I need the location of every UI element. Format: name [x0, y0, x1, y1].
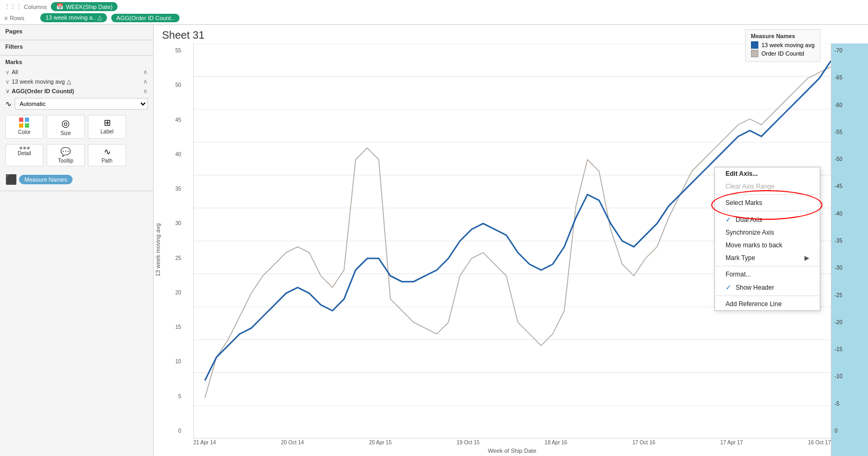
show-header-item[interactable]: ✓ Show Header: [715, 281, 820, 294]
measure-names-pill[interactable]: Measure Names: [19, 175, 73, 184]
show-header-check: ✓: [726, 283, 731, 291]
x-axis-labels: 21 Apr 14 20 Oct 14 20 Apr 15 19 Oct 15 …: [193, 439, 831, 446]
color-card[interactable]: Color: [5, 115, 43, 139]
add-reference-line-item[interactable]: Add Reference Line: [715, 298, 820, 310]
y-axis-wrapper: 13 week moving avg 55 50 45 40 35 30 25 …: [154, 43, 193, 456]
legend-item-order-id: Order ID Countd: [751, 50, 815, 57]
calendar-icon: 📅: [56, 3, 64, 10]
legend-color-moving-avg: [751, 41, 758, 49]
synchronize-axis-item[interactable]: Synchronize Axis: [715, 226, 820, 239]
marks-section: Marks ∨ All ∧ ∨ 13 week moving avg △ ∧: [0, 56, 153, 191]
mark-type-arrow: ▶: [804, 254, 809, 262]
legend-label-order-id: Order ID Countd: [762, 50, 804, 57]
y-axis: 55 50 45 40 35 30 25 20 15 10 5 0: [162, 43, 183, 456]
marks-moving-avg-label: ∨ 13 week moving avg △: [5, 78, 71, 85]
measure-names-row: ⬛ Measure Names: [5, 172, 148, 187]
rows-dots-icon: ≡: [4, 15, 7, 21]
move-marks-item[interactable]: Move marks to back: [715, 239, 820, 252]
chart-area: Sheet 31 13 week moving avg 55 50 45 40 …: [154, 25, 868, 456]
pages-title: Pages: [5, 28, 148, 34]
marks-type-dropdown-row: ∿ Automatic: [5, 98, 148, 110]
right-axis: -70 -65 -60 -55 -50 -45 -40 -35 -30 -25 …: [831, 43, 868, 456]
marks-type-select[interactable]: Automatic: [15, 98, 148, 110]
marks-agg-row: ∨ AGG(Order ID Countd) ∧: [5, 86, 148, 96]
sidebar: Pages Filters Marks ∨ All ∧ ∨ 13 week mo…: [0, 25, 154, 456]
label-icon: ⊞: [104, 118, 111, 128]
path-card[interactable]: ∿ Path: [88, 144, 126, 166]
legend-color-order-id: [751, 50, 758, 57]
marks-all-expand: ∧: [143, 68, 148, 76]
legend-item-moving-avg: 13 week moving avg: [751, 41, 815, 49]
edit-axis-item[interactable]: Edit Axis...: [715, 167, 820, 180]
path-icon: ∿: [104, 147, 111, 157]
color-icon: [19, 118, 30, 128]
columns-pill[interactable]: 📅 WEEK(Ship Date): [51, 2, 118, 11]
pages-section: Pages: [0, 25, 153, 40]
measure-names-dot-icon: ⬛: [5, 174, 17, 185]
context-menu: Edit Axis... Clear Axis Range Select Mar…: [714, 167, 820, 311]
marks-agg-caret: ∨: [5, 88, 10, 95]
format-item[interactable]: Format...: [715, 268, 820, 281]
marks-all-row: ∨ All ∧: [5, 67, 148, 77]
columns-shelf: ⋮⋮⋮ Columns 📅 WEEK(Ship Date): [4, 2, 864, 11]
marks-agg-expand: ∧: [143, 87, 148, 95]
marks-moving-avg-row: ∨ 13 week moving avg △ ∧: [5, 77, 148, 86]
menu-sep-1: [715, 194, 820, 195]
top-bar: ⋮⋮⋮ Columns 📅 WEEK(Ship Date) ≡ Rows 13 …: [0, 0, 868, 25]
rows-label: ≡ Rows: [4, 15, 36, 21]
tooltip-icon: 💬: [60, 147, 71, 157]
marks-title: Marks: [5, 59, 148, 65]
select-marks-item[interactable]: Select Marks: [715, 196, 820, 209]
dual-axis-item[interactable]: ✓ Dual Axis: [715, 213, 820, 226]
marks-moving-caret: ∨: [5, 78, 10, 85]
marks-cards: Color ◎ Size ⊞ Label: [5, 112, 148, 142]
dual-axis-check: ✓: [726, 216, 731, 223]
legend-label-moving-avg: 13 week moving avg: [762, 42, 815, 48]
rows-shelf: ≡ Rows 13 week moving a.. △ AGG(Order ID…: [4, 13, 864, 22]
marks-all-label: ∨ All: [5, 69, 18, 76]
columns-dots-icon: ⋮⋮⋮: [4, 3, 22, 10]
legend-title: Measure Names: [751, 33, 815, 39]
marks-all-caret: ∨: [5, 69, 10, 76]
triangle-icon: △: [67, 78, 71, 85]
detail-card[interactable]: Detail: [5, 144, 43, 166]
tooltip-card[interactable]: 💬 Tooltip: [47, 144, 85, 166]
rows-pill-1[interactable]: 13 week moving a.. △: [40, 13, 107, 22]
size-icon: ◎: [61, 118, 70, 129]
y-axis-title: 13 week moving avg: [154, 43, 162, 456]
filters-title: Filters: [5, 43, 148, 50]
main-area: Pages Filters Marks ∨ All ∧ ∨ 13 week mo…: [0, 25, 868, 456]
marks-cards-row2: Detail 💬 Tooltip ∿ Path: [5, 142, 148, 168]
menu-sep-4: [715, 296, 820, 296]
rows-pill-2[interactable]: AGG(Order ID Count..: [111, 14, 180, 22]
detail-icon: [20, 147, 30, 149]
label-card[interactable]: ⊞ Label: [88, 115, 126, 139]
menu-sep-3: [715, 266, 820, 266]
clear-axis-range-item[interactable]: Clear Axis Range: [715, 180, 820, 193]
filters-section: Filters: [0, 40, 153, 56]
x-axis-title: Week of Ship Date: [193, 446, 831, 456]
mark-type-item[interactable]: Mark Type ▶: [715, 252, 820, 264]
marks-moving-expand: ∧: [143, 78, 148, 85]
marks-agg-label: ∨ AGG(Order ID Countd): [5, 88, 74, 95]
tilde-icon: ∿: [5, 100, 12, 108]
columns-label: ⋮⋮⋮ Columns: [4, 3, 47, 10]
legend: Measure Names 13 week moving avg Order I…: [745, 29, 820, 62]
size-card[interactable]: ◎ Size: [47, 115, 85, 139]
menu-sep-2: [715, 211, 820, 211]
